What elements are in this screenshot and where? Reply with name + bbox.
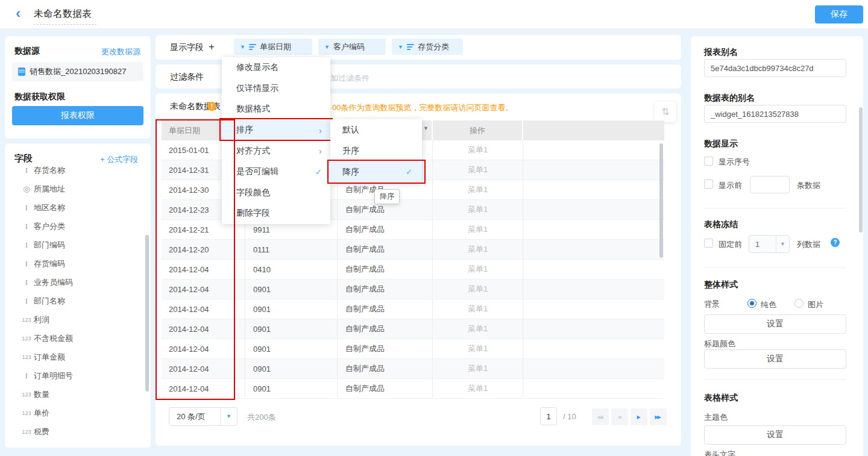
table-cell[interactable]: 菜单1 — [433, 280, 523, 299]
field-item[interactable]: I存货名称 — [5, 166, 147, 180]
freeze-checkbox[interactable] — [704, 239, 713, 248]
field-item-label: 提交人 — [34, 445, 57, 446]
field-item[interactable]: I客户分类 — [5, 217, 147, 236]
page-number-input[interactable] — [540, 407, 557, 425]
menu-item[interactable]: 删除字段 — [222, 203, 330, 224]
table-cell: 自制产成品 — [338, 299, 433, 319]
first-page-button[interactable]: ◀◀ — [592, 408, 609, 425]
field-item[interactable]: I存货编码 — [5, 254, 147, 273]
filter-label: 过滤条件 — [170, 72, 204, 83]
help-icon[interactable]: ? — [831, 238, 840, 247]
title-color-label: 标题颜色 — [704, 339, 735, 349]
add-formula-field-link[interactable]: + 公式字段 — [100, 154, 138, 165]
background-set-button[interactable]: 设置 — [704, 314, 846, 334]
field-item[interactable]: ○提交人 — [5, 441, 147, 445]
table-cell[interactable]: 菜单1 — [433, 319, 523, 339]
table-cell[interactable]: 菜单1 — [433, 140, 523, 160]
table-cell[interactable]: 菜单1 — [433, 240, 523, 260]
field-chip[interactable]: ▼客户编码 — [318, 39, 386, 55]
table-cell[interactable]: 菜单1 — [433, 180, 523, 200]
field-item[interactable]: 123税费 — [5, 422, 147, 441]
table-alias-input[interactable] — [704, 105, 846, 123]
table-row: 2014-12-040901自制产成品菜单1 — [162, 379, 664, 399]
settings-scrollbar[interactable] — [859, 107, 863, 233]
table-header-cell[interactable]: 操作 — [433, 120, 523, 140]
field-item[interactable]: 123订单金额 — [5, 348, 147, 366]
text-field-icon: I — [20, 259, 33, 269]
solid-color-radio[interactable] — [747, 299, 756, 308]
field-chip[interactable]: ▼存货分类 — [392, 39, 463, 55]
menu-item[interactable]: 数据格式 — [222, 99, 330, 120]
field-chip-label: 单据日期 — [260, 42, 291, 52]
next-page-button[interactable]: ▶ — [631, 408, 647, 425]
header-text-label: 表头文字 — [704, 449, 735, 456]
submenu-item[interactable]: 降序✓ — [330, 161, 422, 183]
table-cell[interactable]: 菜单1 — [433, 299, 523, 319]
table-cell[interactable]: 菜单1 — [433, 359, 523, 379]
report-alias-input[interactable] — [704, 59, 846, 77]
show-first-count-input[interactable] — [750, 176, 790, 193]
title-color-set-button[interactable]: 设置 — [704, 349, 846, 369]
menu-item-label: 对齐方式 — [236, 146, 319, 157]
number-field-icon: 123 — [20, 429, 33, 435]
submenu-item[interactable]: 默认 — [330, 119, 422, 140]
table-cell[interactable]: 菜单1 — [433, 220, 523, 240]
table-cell[interactable]: 菜单1 — [433, 339, 523, 359]
field-item[interactable]: 123数量 — [5, 385, 147, 404]
page-size-select[interactable]: 20 条/页 ▼ — [169, 407, 237, 426]
table-header-cell[interactable] — [523, 120, 664, 140]
submenu-item[interactable]: 升序 — [330, 140, 422, 161]
change-datasource-link[interactable]: 更改数据源 — [101, 46, 140, 57]
menu-item[interactable]: 仅详情显示 — [222, 78, 330, 99]
table-scrollbar[interactable] — [659, 143, 663, 258]
table-cell[interactable]: 菜单1 — [433, 160, 523, 180]
field-item[interactable]: I业务员编码 — [5, 273, 147, 292]
prev-page-button[interactable]: ◀ — [611, 408, 628, 425]
table-cell[interactable]: 菜单1 — [433, 379, 523, 399]
field-item[interactable]: 123单价 — [5, 404, 147, 422]
field-item[interactable]: 123不含税金额 — [5, 329, 147, 348]
menu-item[interactable]: 修改显示名 — [222, 57, 330, 78]
report-permission-button[interactable]: 报表权限 — [12, 106, 143, 125]
table-cell[interactable]: 菜单1 — [433, 260, 523, 280]
field-item[interactable]: 123利润 — [5, 310, 147, 329]
image-radio[interactable] — [794, 299, 804, 308]
table-cell — [523, 260, 664, 280]
chevron-down-icon[interactable]: ▼ — [398, 44, 403, 50]
table-cell: 2014-12-04 — [162, 359, 245, 379]
sort-toggle-icon[interactable]: ⇅ — [655, 102, 676, 122]
save-button[interactable]: 保存 — [815, 5, 863, 23]
chevron-down-icon[interactable]: ▼ — [240, 44, 245, 50]
datasource-file[interactable]: 销售数据_20210203190827 — [12, 62, 143, 81]
menu-item[interactable]: 对齐方式› — [222, 140, 330, 161]
fields-scrollbar[interactable] — [145, 235, 149, 392]
theme-color-set-button[interactable]: 设置 — [704, 425, 846, 445]
show-first-checkbox[interactable] — [704, 180, 713, 189]
column-filter-caret-icon[interactable]: ▼ — [423, 125, 429, 131]
field-item[interactable]: ◎所属地址 — [5, 180, 147, 198]
menu-item[interactable]: 排序› — [222, 120, 330, 141]
page-title[interactable]: 未命名数据表 — [34, 8, 96, 25]
table-cell: 自制产成品 — [338, 280, 433, 299]
back-icon[interactable]: ‹ — [16, 5, 20, 22]
field-chip[interactable]: ▼单据日期 — [234, 39, 312, 55]
freeze-count-value: 1 — [749, 240, 776, 249]
add-field-icon[interactable]: + — [209, 41, 215, 53]
field-item[interactable]: I订单明细号 — [5, 366, 147, 385]
chevron-down-icon[interactable]: ▼ — [324, 44, 330, 50]
table-row: 2014-12-040901自制产成品菜单1 — [162, 299, 664, 319]
last-page-button[interactable]: ▶▶ — [650, 408, 667, 425]
field-item-label: 存货名称 — [34, 166, 65, 176]
show-index-checkbox[interactable] — [704, 157, 713, 166]
menu-item[interactable]: 字段颜色 — [222, 183, 330, 204]
menu-item[interactable]: 是否可编辑✓ — [222, 161, 330, 183]
table-cell: 自制产成品 — [338, 260, 433, 280]
divider — [704, 379, 846, 380]
menu-item-label: 删除字段 — [236, 208, 322, 219]
field-item[interactable]: I部门名称 — [5, 292, 147, 310]
field-item[interactable]: I地区名称 — [5, 198, 147, 217]
field-item[interactable]: I部门编码 — [5, 236, 147, 254]
sort-bar — [249, 44, 256, 45]
table-cell[interactable]: 菜单1 — [433, 200, 523, 220]
freeze-count-select[interactable]: 1 ▼ — [749, 235, 790, 253]
